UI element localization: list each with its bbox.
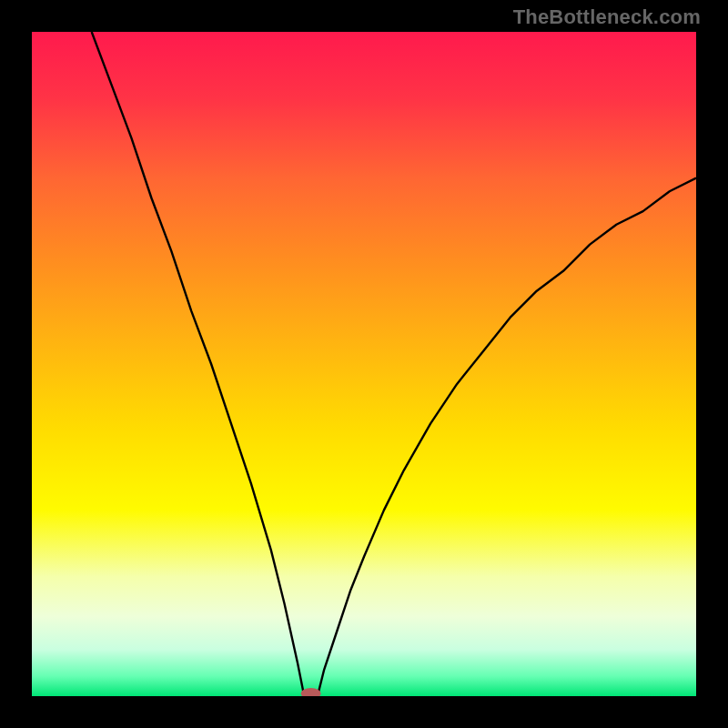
bottleneck-curve-chart: [32, 32, 696, 696]
chart-frame: TheBottleneck.com: [0, 0, 728, 728]
gradient-background: [32, 32, 696, 696]
plot-area: [32, 32, 696, 696]
watermark-text: TheBottleneck.com: [513, 5, 701, 29]
